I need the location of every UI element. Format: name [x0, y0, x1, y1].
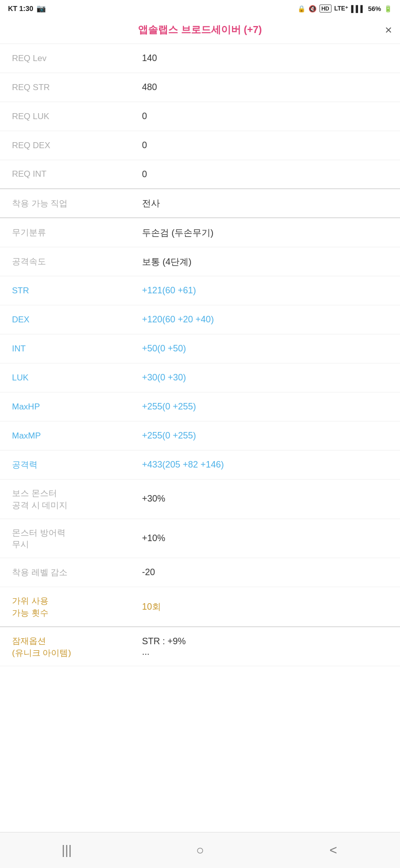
row-value-6: 두손검 (두손무기) — [142, 227, 388, 239]
detail-row: MaxHP+255(0 +255) — [0, 392, 400, 421]
home-button[interactable]: ○ — [185, 835, 215, 865]
detail-row: 가위 사용가능 횟수10회 — [0, 587, 400, 627]
row-label-10: INT — [12, 344, 142, 354]
bottom-navigation: ||| ○ < — [0, 832, 400, 868]
row-value-10: +50(0 +50) — [142, 343, 388, 354]
row-value-16: +10% — [142, 533, 388, 544]
row-label-15: 보스 몬스터공격 시 데미지 — [12, 487, 142, 512]
hd-icon: HD — [320, 5, 332, 13]
row-label-12: MaxHP — [12, 402, 142, 412]
row-value-5: 전사 — [142, 197, 388, 209]
detail-row: 착용 레벨 감소-20 — [0, 558, 400, 587]
row-label-19: 잠재옵션(유니크 아이템) — [12, 634, 142, 659]
row-label-16: 몬스터 방어력무시 — [12, 526, 142, 551]
row-value-18: 10회 — [142, 601, 388, 613]
row-label-14: 공격력 — [12, 459, 142, 471]
detail-row: 몬스터 방어력무시+10% — [0, 519, 400, 559]
battery-icon: 🔋 — [384, 5, 392, 13]
row-value-19: STR : +9%... — [142, 636, 388, 657]
row-label-6: 무기분류 — [12, 227, 142, 238]
detail-row: INT+50(0 +50) — [0, 334, 400, 363]
row-label-11: LUK — [12, 373, 142, 383]
row-label-0: REQ Lev — [12, 54, 142, 64]
row-label-3: REQ DEX — [12, 141, 142, 151]
row-value-15: +30% — [142, 494, 388, 504]
detail-row: 보스 몬스터공격 시 데미지+30% — [0, 480, 400, 519]
row-value-1: 480 — [142, 82, 388, 93]
lte-label: LTE⁺ — [334, 5, 348, 12]
detail-row: REQ LUK0 — [0, 102, 400, 131]
lock-icon: 🔒 — [298, 5, 306, 13]
row-value-7: 보통 (4단계) — [142, 256, 388, 268]
row-value-2: 0 — [142, 111, 388, 122]
detail-row: 착용 가능 직업전사 — [0, 189, 400, 218]
row-label-8: STR — [12, 286, 142, 296]
battery-label: 56% — [368, 5, 381, 13]
row-label-18: 가위 사용가능 횟수 — [12, 594, 142, 619]
status-left: KT 1:30 📷 — [8, 4, 46, 13]
detail-row: STR+121(60 +61) — [0, 276, 400, 305]
row-label-13: MaxMP — [12, 431, 142, 441]
row-label-1: REQ STR — [12, 83, 142, 93]
row-value-9: +120(60 +20 +40) — [142, 314, 388, 325]
detail-row: REQ STR480 — [0, 73, 400, 102]
row-value-4: 0 — [142, 169, 388, 180]
row-value-11: +30(0 +30) — [142, 372, 388, 383]
detail-row: 잠재옵션(유니크 아이템)STR : +9%... — [0, 627, 400, 667]
detail-row: MaxMP+255(0 +255) — [0, 421, 400, 451]
row-label-4: REQ INT — [12, 169, 142, 179]
status-right: 🔒 🔇 HD LTE⁺ ▌▌▌ 56% 🔋 — [298, 5, 392, 13]
detail-row: 공격속도보통 (4단계) — [0, 247, 400, 276]
row-label-7: 공격속도 — [12, 256, 142, 267]
mute-icon: 🔇 — [308, 5, 316, 13]
page-title: 앱솔랩스 브로드세이버 (+7) — [138, 23, 262, 37]
signal-bars: ▌▌▌ — [351, 5, 365, 13]
detail-row: REQ DEX0 — [0, 131, 400, 160]
row-label-5: 착용 가능 직업 — [12, 198, 142, 209]
detail-row: 공격력+433(205 +82 +146) — [0, 451, 400, 480]
instagram-icon: 📷 — [36, 4, 46, 13]
row-value-12: +255(0 +255) — [142, 401, 388, 412]
row-value-3: 0 — [142, 140, 388, 151]
item-detail-content: REQ Lev140REQ STR480REQ LUK0REQ DEX0REQ … — [0, 44, 400, 666]
detail-row: 무기분류두손검 (두손무기) — [0, 218, 400, 247]
close-button[interactable]: × — [385, 24, 392, 36]
detail-row: REQ INT0 — [0, 160, 400, 189]
title-bar: 앱솔랩스 브로드세이버 (+7) × — [0, 16, 400, 44]
detail-row: LUK+30(0 +30) — [0, 363, 400, 392]
detail-row: REQ Lev140 — [0, 44, 400, 73]
row-value-17: -20 — [142, 567, 388, 578]
row-value-0: 140 — [142, 53, 388, 64]
carrier-label: KT 1:30 — [8, 5, 34, 13]
back-button[interactable]: ||| — [52, 835, 82, 865]
prev-button[interactable]: < — [318, 835, 348, 865]
detail-row: DEX+120(60 +20 +40) — [0, 305, 400, 334]
status-bar: KT 1:30 📷 🔒 🔇 HD LTE⁺ ▌▌▌ 56% 🔋 — [0, 0, 400, 16]
row-value-8: +121(60 +61) — [142, 285, 388, 296]
row-label-2: REQ LUK — [12, 112, 142, 122]
row-label-17: 착용 레벨 감소 — [12, 567, 142, 578]
row-value-13: +255(0 +255) — [142, 430, 388, 441]
row-label-9: DEX — [12, 315, 142, 325]
row-value-14: +433(205 +82 +146) — [142, 460, 388, 470]
